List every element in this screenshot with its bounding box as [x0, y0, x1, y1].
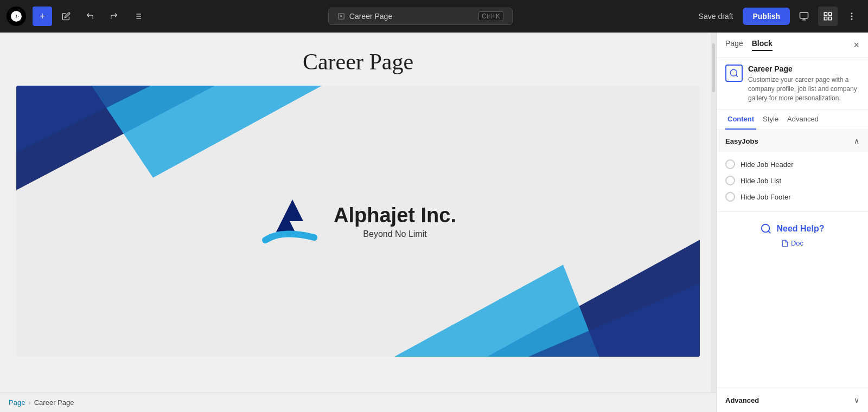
- toggle-hide-job-header[interactable]: [725, 159, 735, 169]
- toggle-hide-job-footer[interactable]: [725, 192, 735, 202]
- panel-header: Page Block ×: [717, 33, 868, 58]
- breadcrumb-page[interactable]: Page: [9, 398, 25, 407]
- tab-style[interactable]: Style: [761, 110, 781, 130]
- svg-rect-10: [800, 12, 808, 18]
- tab-block[interactable]: Block: [752, 39, 773, 51]
- svg-rect-14: [829, 12, 832, 15]
- right-panel: Page Block × Career Page Customize your …: [716, 33, 868, 412]
- canvas-area: Career Page: [0, 33, 716, 412]
- block-info: Career Page Customize your career page w…: [717, 58, 868, 110]
- toggle-hide-job-footer-label: Hide Job Footer: [741, 193, 791, 201]
- more-options-button[interactable]: [842, 7, 861, 26]
- breadcrumb: Page › Career Page: [0, 392, 716, 412]
- advanced-section: Advanced ∨: [717, 388, 868, 412]
- document-icon: [337, 12, 345, 20]
- add-block-button[interactable]: +: [33, 7, 52, 26]
- tab-page[interactable]: Page: [725, 39, 743, 51]
- search-text: Career Page: [349, 12, 392, 21]
- svg-line-36: [736, 75, 737, 76]
- page-title: Career Page: [22, 49, 694, 75]
- easyjobs-section-header[interactable]: EasyJobs ∧: [717, 130, 868, 152]
- toolbar-right: Save draft Publish: [693, 7, 861, 26]
- tab-content[interactable]: Content: [725, 110, 756, 130]
- advanced-header[interactable]: Advanced ∨: [717, 388, 868, 412]
- svg-rect-13: [824, 12, 827, 15]
- panel-tabs: Page Block: [725, 39, 773, 51]
- view-button[interactable]: [794, 7, 814, 26]
- company-branding: Alphajet Inc. Beyond No Limit: [260, 191, 456, 251]
- toggle-row-footer: Hide Job Footer: [725, 189, 859, 205]
- content-tabs: Content Style Advanced: [717, 110, 868, 130]
- company-logo-svg: [260, 191, 325, 251]
- need-help-title: Need Help?: [776, 224, 824, 234]
- need-help-row: Need Help?: [725, 223, 859, 235]
- company-logo-area: Alphajet Inc. Beyond No Limit: [260, 191, 456, 251]
- company-tagline: Beyond No Limit: [334, 229, 456, 239]
- breadcrumb-current: Career Page: [34, 398, 74, 407]
- main-toolbar: +: [0, 0, 868, 33]
- doc-link[interactable]: Doc: [725, 239, 859, 247]
- easyjobs-chevron: ∧: [854, 137, 859, 145]
- svg-point-17: [851, 13, 852, 14]
- company-name: Alphajet Inc.: [334, 204, 456, 227]
- edit-button[interactable]: [56, 7, 76, 26]
- advanced-chevron: ∨: [854, 396, 859, 404]
- toggle-hide-job-header-label: Hide Job Header: [741, 160, 794, 169]
- toolbar-search-area: Career Page Ctrl+K: [152, 8, 689, 25]
- scrollbar[interactable]: [711, 33, 716, 392]
- block-type-icon: [729, 68, 739, 78]
- company-text: Alphajet Inc. Beyond No Limit: [334, 204, 456, 239]
- svg-point-19: [851, 19, 852, 20]
- svg-point-18: [851, 16, 852, 17]
- wordpress-logo[interactable]: [7, 7, 26, 26]
- toggle-row-list: Hide Job List: [725, 172, 859, 189]
- advanced-label: Advanced: [725, 396, 759, 404]
- settings-button[interactable]: [818, 7, 838, 26]
- svg-point-37: [762, 224, 770, 233]
- easyjobs-label: EasyJobs: [725, 137, 758, 145]
- block-icon: [725, 65, 743, 82]
- search-shortcut: Ctrl+K: [478, 11, 503, 21]
- career-block[interactable]: Alphajet Inc. Beyond No Limit: [16, 86, 700, 357]
- svg-rect-16: [824, 17, 827, 20]
- need-help-section: Need Help? Doc: [717, 211, 868, 258]
- svg-rect-15: [829, 17, 832, 20]
- breadcrumb-separator: ›: [28, 398, 30, 407]
- panel-close-button[interactable]: ×: [853, 40, 859, 50]
- need-help-icon: [760, 223, 772, 235]
- main-area: Career Page: [0, 33, 868, 412]
- search-pill[interactable]: Career Page Ctrl+K: [328, 8, 513, 25]
- toggle-hide-job-list[interactable]: [725, 176, 735, 185]
- toggle-hide-job-list-label: Hide Job List: [741, 177, 781, 185]
- list-view-button[interactable]: [128, 7, 148, 26]
- toggle-row-header: Hide Job Header: [725, 156, 859, 172]
- block-description: Customize your career page with a compan…: [748, 75, 859, 102]
- redo-button[interactable]: [104, 7, 124, 26]
- easyjobs-section-content: Hide Job Header Hide Job List Hide Job F…: [717, 152, 868, 211]
- block-info-text: Career Page Customize your career page w…: [748, 65, 859, 102]
- svg-point-35: [730, 69, 737, 76]
- save-draft-button[interactable]: Save draft: [693, 9, 739, 24]
- canvas-inner: Career Page: [0, 33, 716, 412]
- tab-advanced[interactable]: Advanced: [785, 110, 821, 130]
- svg-line-38: [769, 231, 771, 234]
- doc-label: Doc: [791, 239, 803, 247]
- doc-icon: [781, 240, 789, 247]
- scrollbar-thumb[interactable]: [712, 43, 715, 92]
- block-name: Career Page: [748, 65, 859, 73]
- publish-button[interactable]: Publish: [743, 8, 790, 25]
- undo-button[interactable]: [80, 7, 100, 26]
